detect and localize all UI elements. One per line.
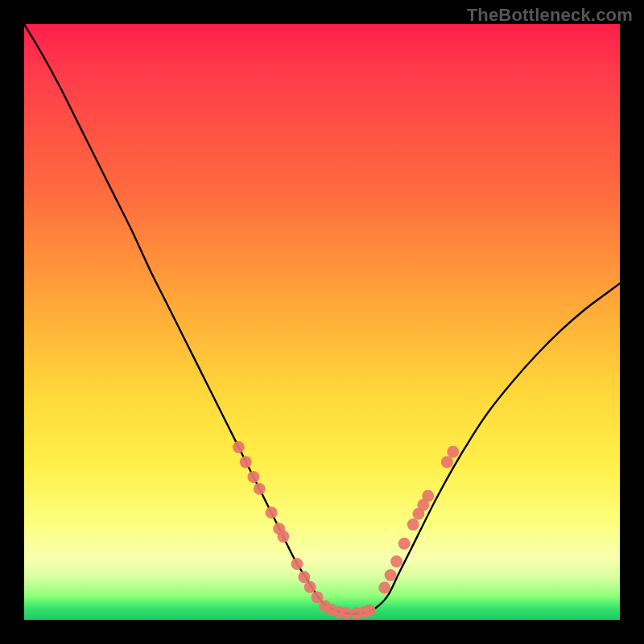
chart-frame: TheBottleneck.com	[0, 0, 644, 644]
highlighted-points	[233, 441, 459, 619]
marker-dot	[340, 607, 352, 619]
marker-dot	[378, 582, 390, 594]
chart-svg	[24, 24, 620, 620]
marker-dot	[385, 569, 397, 581]
marker-dot	[298, 571, 310, 583]
marker-dot	[390, 555, 402, 568]
marker-dot	[254, 483, 266, 495]
plot-area	[24, 24, 620, 620]
marker-dot	[277, 530, 289, 543]
bottleneck-curve	[24, 24, 620, 614]
marker-dot	[240, 456, 252, 468]
marker-dot	[447, 446, 459, 458]
marker-dot	[407, 518, 419, 530]
marker-dot	[398, 538, 411, 550]
marker-dot	[266, 506, 278, 518]
marker-dot	[247, 471, 259, 483]
marker-dot	[364, 605, 376, 617]
watermark-text: TheBottleneck.com	[467, 5, 633, 26]
marker-dot	[291, 558, 303, 570]
marker-dot	[304, 581, 316, 593]
marker-dot	[441, 456, 453, 468]
marker-dot	[233, 441, 245, 453]
marker-dot	[422, 490, 434, 502]
